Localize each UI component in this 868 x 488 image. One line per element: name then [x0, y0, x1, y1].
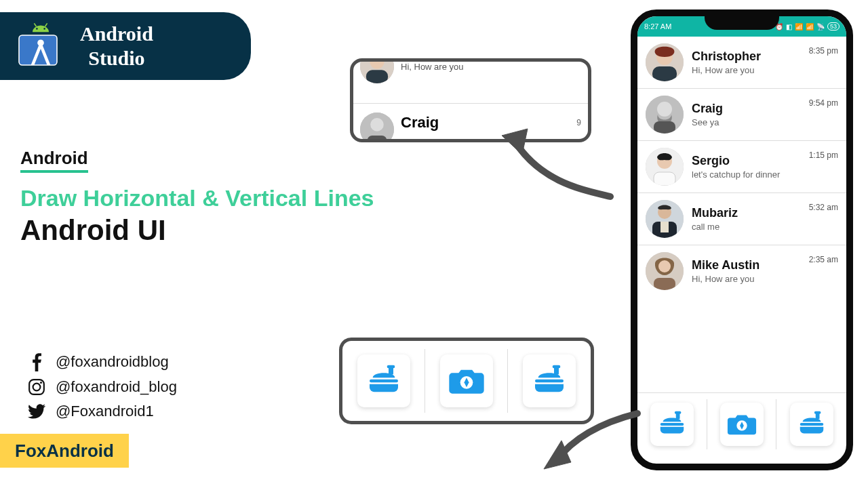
chat-list[interactable]: Christopher Hi, How are you 8:35 pm Crai… — [637, 37, 846, 297]
svg-rect-27 — [660, 423, 684, 426]
wifi-icon: 📡 — [816, 23, 825, 30]
svg-rect-40 — [368, 136, 387, 142]
svg-rect-32 — [800, 423, 823, 426]
avatar — [646, 252, 684, 290]
svg-rect-44 — [387, 365, 395, 369]
android-studio-badge: Android Studio — [0, 12, 251, 80]
callout-msg: Hi, How are you — [401, 62, 463, 72]
svg-point-4 — [43, 28, 45, 30]
alarm-icon: ⏰ — [775, 23, 783, 30]
headline-black: Android UI — [20, 214, 374, 247]
chat-msg: Hi, How are you — [692, 274, 801, 284]
social-links: @foxandroidblog @foxandroid_blog @Foxand… — [27, 352, 177, 427]
brand-bar: FoxAndroid — [0, 434, 129, 468]
instagram-handle: @foxandroid_blog — [56, 378, 177, 396]
chat-msg: let's catchup for dinner — [692, 169, 801, 180]
food-icon — [650, 403, 694, 446]
avatar — [646, 200, 684, 238]
chat-time: 8:35 pm — [809, 46, 838, 56]
phone-mockup: 8:27 AM ✱ ⏰ ◧ 📶 📶 📡 53 Christopher Hi, H… — [631, 9, 853, 470]
svg-rect-15 — [654, 121, 675, 134]
avatar — [646, 96, 684, 134]
callout-bottom-cell — [342, 341, 425, 421]
social-facebook[interactable]: @foxandroidblog — [27, 352, 177, 371]
svg-point-14 — [657, 102, 672, 117]
svg-rect-37 — [366, 70, 388, 83]
signal2-icon: 📶 — [806, 23, 814, 30]
callout-name: Craig — [401, 114, 439, 131]
svg-rect-18 — [654, 172, 675, 186]
chat-msg: call me — [692, 222, 801, 232]
social-twitter[interactable]: @Foxandroid1 — [27, 403, 177, 420]
bluetooth-icon: ✱ — [767, 23, 772, 30]
chat-row[interactable]: Mubariz call me 5:32 am — [637, 193, 846, 245]
badge-text: Android Studio — [80, 22, 153, 70]
bottom-cell[interactable] — [776, 393, 846, 455]
camera-icon — [440, 354, 493, 407]
chat-msg: See ya — [692, 117, 801, 127]
android-studio-icon — [14, 19, 68, 73]
avatar — [360, 58, 394, 83]
chat-row[interactable]: Craig See ya 9:54 pm — [637, 89, 846, 141]
avatar — [646, 148, 684, 186]
svg-rect-26 — [654, 278, 675, 290]
svg-point-2 — [37, 39, 44, 46]
chat-name: Mike Austin — [692, 258, 801, 272]
headline-green: Draw Horizontal & Vertical Lines — [20, 185, 374, 211]
bottom-cell[interactable] — [637, 393, 707, 455]
facebook-icon — [27, 352, 46, 371]
svg-point-3 — [36, 28, 38, 30]
food-icon — [790, 403, 833, 446]
instagram-icon — [27, 378, 46, 396]
chat-time: 5:32 am — [809, 203, 838, 212]
rotate-icon: ◧ — [786, 23, 792, 30]
category-tag: Android — [20, 148, 88, 173]
avatar — [646, 43, 684, 81]
svg-point-8 — [33, 384, 41, 391]
social-instagram[interactable]: @foxandroid_blog — [27, 378, 177, 396]
title-block: Android Draw Horizontal & Vertical Lines… — [20, 148, 374, 247]
svg-rect-12 — [652, 66, 677, 81]
callout-row: Hi, How are you — [353, 62, 588, 104]
svg-point-39 — [370, 118, 384, 131]
status-icons: ✱ ⏰ ◧ 📶 📶 📡 53 — [767, 22, 840, 30]
svg-rect-47 — [535, 380, 564, 383]
chat-name: Mubariz — [692, 206, 801, 220]
badge-line2: Studio — [80, 46, 153, 70]
chat-time: 1:15 pm — [809, 150, 838, 160]
svg-line-6 — [45, 23, 47, 26]
facebook-handle: @foxandroidblog — [56, 353, 169, 371]
twitter-icon — [27, 404, 46, 419]
battery-icon: 53 — [827, 22, 840, 30]
chat-row[interactable]: Sergio let's catchup for dinner 1:15 pm — [637, 141, 846, 193]
svg-rect-7 — [29, 380, 44, 394]
badge-line1: Android — [80, 22, 153, 46]
chat-row[interactable]: Christopher Hi, How are you 8:35 pm — [637, 37, 846, 89]
chat-row[interactable]: Mike Austin Hi, How are you 2:35 am — [637, 245, 846, 297]
food-icon — [523, 354, 576, 407]
camera-icon — [720, 403, 764, 446]
chat-name: Craig — [692, 102, 801, 116]
callout-bottom-cell — [425, 341, 508, 421]
bottom-cell[interactable] — [707, 393, 777, 455]
chat-name: Sergio — [692, 154, 801, 168]
chat-name: Christopher — [692, 49, 801, 64]
status-time: 8:27 AM — [644, 22, 671, 30]
arrow-top — [502, 122, 624, 206]
avatar — [360, 113, 394, 142]
chat-time: 9:54 pm — [809, 98, 838, 108]
status-bar: 8:27 AM ✱ ⏰ ◧ 📶 📶 📡 53 — [637, 16, 846, 37]
twitter-handle: @Foxandroid1 — [56, 403, 154, 420]
arrow-bottom — [542, 407, 644, 477]
chat-time: 2:35 am — [809, 255, 838, 264]
chat-msg: Hi, How are you — [692, 65, 801, 75]
svg-rect-49 — [553, 365, 561, 369]
svg-point-9 — [40, 382, 42, 384]
signal-icon: 📶 — [795, 23, 803, 30]
svg-rect-22 — [660, 222, 669, 232]
svg-rect-42 — [370, 380, 398, 383]
svg-point-25 — [658, 260, 671, 272]
food-icon — [357, 354, 410, 407]
svg-rect-29 — [675, 411, 682, 414]
bottom-bar — [637, 392, 846, 455]
